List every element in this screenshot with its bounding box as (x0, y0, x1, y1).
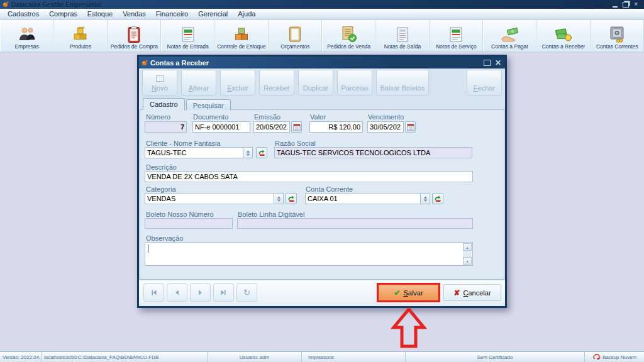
tab-cadastro[interactable]: Cadastro (143, 98, 185, 110)
last-record-icon (220, 289, 227, 296)
conta-corrente-spinner-icon[interactable] (420, 194, 430, 204)
new-record-icon (156, 75, 164, 82)
text-caret (148, 244, 148, 253)
minimize-icon[interactable] (613, 1, 618, 8)
toolbar-button-notas-de-saida[interactable]: Notas de Saída (375, 20, 429, 52)
scroll-down-icon[interactable]: ▾ (463, 257, 472, 265)
numero-field[interactable] (145, 121, 187, 133)
salvar-button[interactable]: ✔ Salvar (379, 285, 438, 300)
contas-a-receber-dialog: Contas a Receber ✕ Novo Alterar Excluir (137, 55, 507, 308)
scroll-up-icon[interactable]: ▴ (463, 243, 472, 251)
menu-gerencial[interactable]: Gerencial (193, 10, 233, 18)
cliente-label: Cliente - Nome Fantasia (146, 140, 221, 147)
fechar-button[interactable]: Fechar (467, 70, 502, 96)
categoria-spinner-icon[interactable] (274, 194, 283, 204)
vencimento-label: Vencimento (368, 113, 404, 121)
boleto-nosso-numero-field[interactable] (145, 218, 233, 229)
window-title: Datacaixa Gestão Empresarial (11, 1, 101, 8)
categoria-label: Categoria (146, 185, 176, 193)
alterar-button[interactable]: Alterar (181, 70, 216, 96)
emissao-field[interactable] (253, 121, 290, 133)
menu-ajuda[interactable]: Ajuda (233, 10, 260, 18)
lookup-icon (258, 150, 266, 156)
note-document-icon (448, 25, 464, 43)
conta-corrente-lookup-button[interactable] (432, 193, 443, 204)
document-check-icon (341, 25, 357, 43)
application-window: Datacaixa Gestão Empresarial × Cadastros… (0, 0, 644, 362)
restore-icon[interactable] (623, 2, 629, 8)
toolbar-button-contas-correntes[interactable]: Contas Correntes (591, 20, 644, 52)
toolbar-button-controle-de-estoque[interactable]: Controle de Estoque (214, 20, 268, 52)
status-versao: Versão: 2022.04.23 (0, 352, 42, 362)
receber-button[interactable]: Receber (259, 70, 294, 96)
nav-previous-button[interactable] (167, 283, 187, 302)
dialog-title: Contas a Receber (150, 59, 209, 67)
app-logo-icon (3, 1, 9, 8)
menu-compras[interactable]: Compras (44, 10, 82, 18)
textarea-scrollbar[interactable]: ▴ ▾ (463, 243, 472, 265)
toolbar-button-orcamentos[interactable]: Orçamentos (269, 20, 322, 52)
conta-corrente-label: Conta Corrente (306, 185, 353, 193)
observacao-textarea[interactable]: ▴ ▾ (145, 242, 473, 266)
observacao-label: Observação (146, 234, 183, 242)
emissao-label: Emissão (254, 113, 280, 121)
window-titlebar: Datacaixa Gestão Empresarial × (0, 0, 644, 9)
cliente-lookup-button[interactable] (256, 147, 267, 158)
cliente-spinner-icon[interactable] (243, 148, 252, 158)
backup-cloud-icon (592, 354, 601, 360)
vencimento-field[interactable] (367, 121, 404, 133)
cliente-combo[interactable] (145, 147, 253, 158)
tab-pesquisar[interactable]: Pesquisar (186, 99, 231, 110)
categoria-combo[interactable] (145, 193, 284, 204)
nav-refresh-button[interactable]: ↻ (236, 283, 257, 302)
toolbar-button-pedidos-de-compra[interactable]: Pedidos de Compra (108, 20, 161, 52)
menu-vendas[interactable]: Vendas (118, 10, 151, 18)
emissao-calendar-button[interactable] (291, 121, 302, 133)
valor-field[interactable] (309, 121, 363, 133)
status-impressora: Impressora: (302, 352, 406, 362)
toolbar-button-pedidos-de-venda[interactable]: Pedidos de Venda (322, 20, 375, 52)
parcelas-button[interactable]: Parcelas (337, 70, 372, 96)
toolbar-button-contas-a-pagar[interactable]: Contas a Pagar (483, 20, 536, 52)
x-icon: ✘ (453, 288, 460, 297)
people-icon (18, 25, 36, 43)
lookup-icon (434, 195, 442, 202)
boleto-linha-digitavel-field[interactable] (237, 218, 473, 229)
conta-corrente-combo[interactable] (305, 193, 430, 204)
toolbar-button-empresas[interactable]: Empresas (0, 20, 53, 52)
menu-financeiro[interactable]: Financeiro (151, 10, 193, 18)
document-icon (396, 25, 409, 43)
duplicar-button[interactable]: Duplicar (298, 70, 333, 96)
dialog-close-icon[interactable]: ✕ (495, 60, 501, 66)
documento-field[interactable] (192, 121, 250, 133)
menu-cadastros[interactable]: Cadastros (3, 10, 44, 18)
close-icon[interactable]: × (634, 1, 638, 8)
menu-estoque[interactable]: Estoque (82, 10, 118, 18)
toolbar-button-notas-de-entrada[interactable]: Notas de Entrada (161, 20, 214, 52)
boleto-nosso-numero-label: Boleto Nosso Número (146, 211, 214, 218)
nav-next-button[interactable] (190, 283, 211, 302)
dialog-tabs: Cadastro Pesquisar (143, 98, 231, 110)
toolbar-button-produtos[interactable]: Produtos (53, 20, 107, 52)
status-conexao: localhost/3050:C:\Datacaixa_FAQ\BD\BANCO… (42, 352, 208, 362)
clipboard-icon (289, 25, 301, 43)
descricao-label: Descrição (146, 163, 177, 171)
razao-social-field[interactable] (274, 147, 472, 158)
vencimento-calendar-button[interactable] (405, 121, 416, 133)
toolbar-button-notas-de-servico[interactable]: Notas de Serviço (430, 20, 483, 52)
toolbar-button-contas-a-receber[interactable]: Contas a Receber (536, 20, 590, 52)
menu-bar: Cadastros Compras Estoque Vendas Finance… (0, 9, 644, 19)
status-bar: Versão: 2022.04.23 localhost/3050:C:\Dat… (0, 351, 644, 362)
valor-label: Valor (310, 113, 326, 121)
dialog-maximize-icon[interactable] (484, 60, 491, 66)
novo-button[interactable]: Novo (142, 70, 177, 96)
refresh-icon: ↻ (243, 288, 250, 297)
cancelar-button[interactable]: ✘ Cancelar (443, 284, 501, 301)
nav-first-button[interactable] (143, 283, 164, 302)
categoria-lookup-button[interactable] (286, 193, 297, 204)
dialog-content: Novo Alterar Excluir Receber Duplicar Pa… (139, 69, 505, 306)
nav-last-button[interactable] (213, 283, 234, 302)
descricao-field[interactable] (145, 171, 473, 182)
excluir-button[interactable]: Excluir (220, 70, 255, 96)
baixar-boletos-button[interactable]: Baixar Boletos (376, 70, 429, 96)
